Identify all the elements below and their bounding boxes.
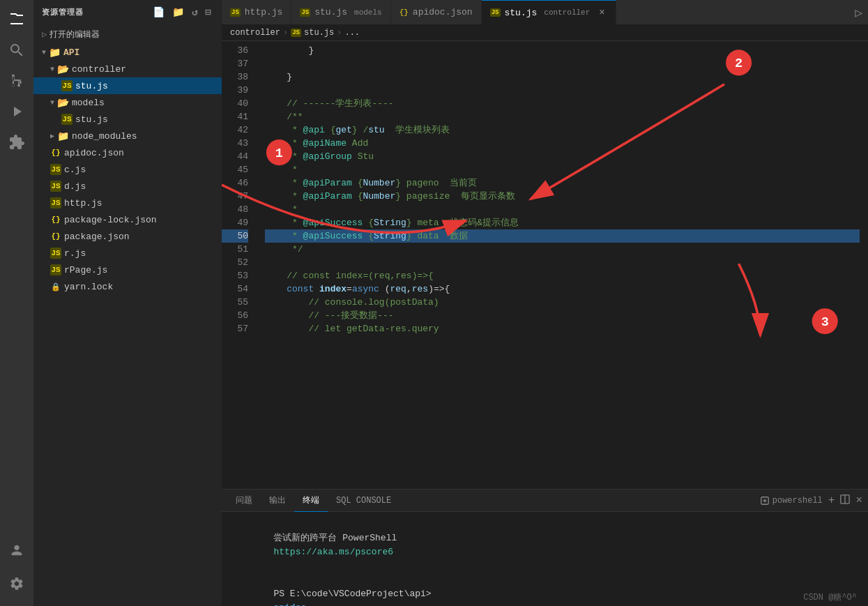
node-modules-folder[interactable]: ▶ 📁 node_modules: [33, 128, 222, 144]
r-js[interactable]: JS r.js: [33, 245, 222, 262]
tab-js-icon-stu-ctrl: JS: [490, 8, 501, 17]
line-37: [265, 57, 860, 70]
line-54: const index=async (req,res)=>{: [265, 282, 860, 296]
editor-area: 36 37 38 39 40 41 42 43 44 45 46 47 48 4…: [222, 41, 868, 489]
models-folder-icon: 📂: [57, 97, 69, 109]
panel-tabs: 问题 输出 终端 SQL CONSOLE powershell + ×: [222, 490, 868, 512]
d-js[interactable]: JS d.js: [33, 178, 222, 195]
line-44: * @apiGroup Stu: [265, 150, 860, 163]
tab-output[interactable]: 输出: [261, 490, 294, 512]
line-50: * @apiSuccess {String} data 数据: [265, 229, 860, 243]
tab-js-icon-http: JS: [230, 8, 241, 17]
controller-folder[interactable]: ▼ 📂 controller: [33, 61, 222, 77]
json-icon-pkg-lock: {}: [50, 214, 61, 225]
add-terminal-icon[interactable]: +: [828, 494, 835, 507]
source-control-icon[interactable]: [3, 67, 31, 95]
extensions-icon[interactable]: [3, 128, 31, 156]
sidebar: 资源管理器 📄 📁 ↺ ⊟ ▷ 打开的编辑器 ▼ 📁 API ▼ 📂 contr…: [33, 0, 222, 606]
breadcrumb-stu-js[interactable]: JS stu.js: [291, 28, 334, 38]
search-icon[interactable]: [3, 36, 31, 64]
sidebar-header-icons: 📄 📁 ↺ ⊟: [151, 5, 213, 20]
collapse-icon[interactable]: ⊟: [204, 5, 213, 20]
tab-sql-console[interactable]: SQL CONSOLE: [328, 490, 399, 512]
lock-icon: 🔒: [50, 281, 61, 292]
line-51: */: [265, 243, 860, 256]
file-tree: ▼ 📁 API ▼ 📂 controller JS stu.js ▼ 📂 mod…: [33, 44, 222, 606]
line-40: // ------学生列表----: [265, 97, 860, 110]
code-editor: 36 37 38 39 40 41 42 43 44 45 46 47 48 4…: [222, 41, 868, 489]
line-52: [265, 256, 860, 269]
apidoc-json[interactable]: {} apidoc.json: [33, 144, 222, 161]
files-icon[interactable]: [3, 6, 31, 33]
line-46: * @apiParam {Number} pageno 当前页: [265, 176, 860, 190]
js-icon-stu-controller: JS: [61, 80, 73, 91]
tab-http-js[interactable]: JS http.js: [222, 0, 291, 24]
settings-icon[interactable]: [3, 570, 31, 598]
models-folder[interactable]: ▼ 📂 models: [33, 94, 222, 111]
terminal-intro: 尝试新的跨平台 PowerShell https://aka.ms/pscore…: [230, 517, 860, 573]
stu-js-models[interactable]: JS stu.js: [33, 111, 222, 128]
stu-js-controller[interactable]: JS stu.js: [33, 77, 222, 94]
line-53: // const index=(req,res)=>{: [265, 269, 860, 282]
new-file-icon[interactable]: 📄: [151, 5, 167, 20]
line-39: [265, 84, 860, 97]
tab-json-icon-apidoc: {}: [399, 8, 409, 17]
tab-bar: JS http.js JS stu.js models {} apidoc.js…: [222, 0, 868, 24]
run-button[interactable]: ▷: [855, 5, 862, 20]
json-icon-pkg: {}: [50, 231, 61, 242]
run-icon[interactable]: [3, 98, 31, 126]
line-36: }: [265, 44, 860, 57]
line-47: * @apiParam {Number} pagesize 每页显示条数: [265, 190, 860, 203]
code-content[interactable]: } } // ------学生列表---- /** * @api {get} /…: [257, 41, 868, 489]
controller-folder-icon: 📂: [57, 63, 69, 75]
breadcrumb-ellipsis[interactable]: ...: [344, 28, 360, 38]
line-45: *: [265, 163, 860, 176]
package-json[interactable]: {} package.json: [33, 228, 222, 245]
api-folder-icon: 📁: [49, 47, 61, 59]
line-55: // console.log(postData): [265, 296, 860, 309]
line-42: * @api {get} /stu 学生模块列表: [265, 123, 860, 137]
line-49: * @apiSuccess {String} meta 状态码&提示信息: [265, 216, 860, 229]
sidebar-header: 资源管理器 📄 📁 ↺ ⊟: [33, 0, 222, 24]
terminal-content[interactable]: 尝试新的跨平台 PowerShell https://aka.ms/pscore…: [222, 512, 868, 606]
split-terminal-icon[interactable]: [840, 494, 850, 507]
sidebar-title: 资源管理器: [42, 7, 84, 17]
line-41: /**: [265, 110, 860, 123]
tab-stu-js-models[interactable]: JS stu.js models: [291, 0, 390, 24]
close-panel-icon[interactable]: ×: [855, 494, 862, 507]
api-folder[interactable]: ▼ 📁 API: [33, 44, 222, 61]
activity-bottom: [3, 536, 31, 600]
line-43: * @apiName Add: [265, 137, 860, 150]
breadcrumb: controller › JS stu.js › ...: [222, 24, 868, 41]
activity-bar: [0, 0, 33, 606]
http-js[interactable]: JS http.js: [33, 195, 222, 211]
package-lock-json[interactable]: {} package-lock.json: [33, 211, 222, 228]
watermark: CSDN @糖^O^: [803, 591, 857, 603]
js-icon-rpage: JS: [50, 264, 61, 275]
tab-apidoc-json[interactable]: {} apidoc.json: [391, 0, 482, 24]
js-icon-stu-models: JS: [61, 114, 73, 125]
bottom-panel: 问题 输出 终端 SQL CONSOLE powershell + ×: [222, 489, 868, 606]
line-56: // ---接受数据---: [265, 309, 860, 322]
new-folder-icon[interactable]: 📁: [171, 5, 186, 20]
js-icon-c: JS: [50, 164, 61, 175]
refresh-icon[interactable]: ↺: [190, 5, 199, 20]
c-js[interactable]: JS c.js: [33, 161, 222, 178]
panel-actions: powershell + ×: [760, 494, 862, 507]
open-editors-section[interactable]: ▷ 打开的编辑器: [33, 24, 222, 44]
json-icon-apidoc: {}: [50, 147, 61, 158]
tab-stu-js-controller[interactable]: JS stu.js controller ×: [482, 0, 616, 24]
line-38: }: [265, 70, 860, 84]
rpage-js[interactable]: JS rPage.js: [33, 262, 222, 278]
tab-close-btn[interactable]: ×: [597, 6, 607, 19]
account-icon[interactable]: [3, 536, 31, 564]
tab-js-icon-stu-models: JS: [300, 8, 310, 17]
breadcrumb-controller[interactable]: controller: [230, 28, 280, 38]
terminal-line-1: PS E:\code\VSCodeProject\api> apidoc -i …: [230, 573, 860, 606]
tab-problems[interactable]: 问题: [227, 490, 261, 512]
yarn-lock[interactable]: 🔒 yarn.lock: [33, 278, 222, 295]
js-icon-r: JS: [50, 248, 61, 259]
breadcrumb-js-icon: JS: [291, 29, 301, 37]
js-icon-d: JS: [50, 181, 61, 192]
tab-terminal[interactable]: 终端: [294, 490, 328, 512]
